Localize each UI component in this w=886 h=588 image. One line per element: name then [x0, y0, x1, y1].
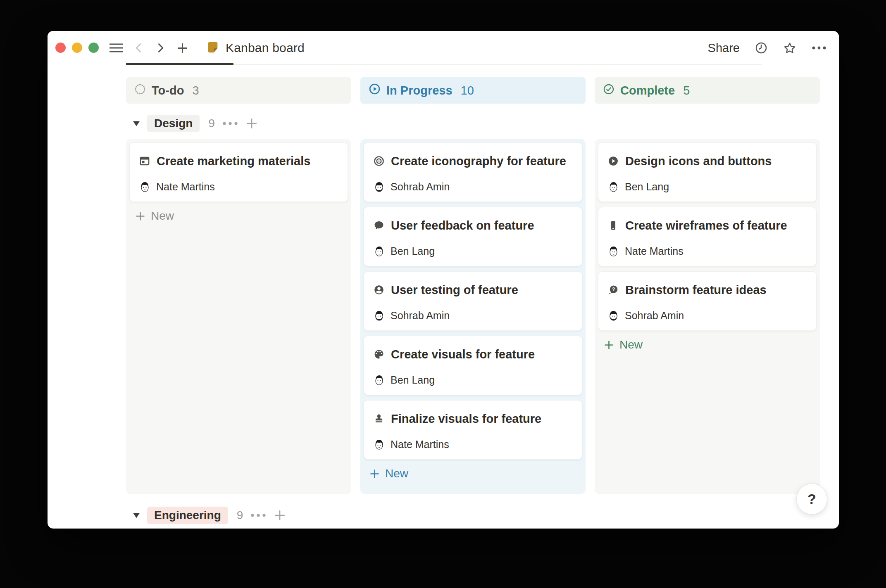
- assignee-avatar: [373, 374, 385, 386]
- star-icon[interactable]: [783, 41, 797, 55]
- assignee-avatar: [607, 245, 619, 257]
- plus-icon[interactable]: [176, 42, 189, 55]
- kanban-card[interactable]: User feedback on feature Ben Lang: [364, 207, 582, 266]
- close-window-button[interactable]: [55, 43, 66, 53]
- card-title: User testing of feature: [391, 283, 518, 297]
- person-circle-icon: [373, 284, 385, 296]
- group-count: 9: [208, 117, 215, 130]
- chevron-right-icon[interactable]: [155, 42, 166, 54]
- toolbar: Kanban board Share: [48, 31, 839, 65]
- kanban-card[interactable]: User testing of feature Sohrab Amin: [364, 271, 582, 331]
- column-header-todo[interactable]: To-do 3: [126, 77, 351, 104]
- palette-icon: [373, 349, 385, 360]
- column-header-in-progress[interactable]: In Progress 10: [360, 77, 586, 104]
- active-view-indicator: [126, 63, 233, 65]
- card-title: Brainstorm feature ideas: [625, 283, 767, 297]
- app-window: Kanban board Share To-do 3 In Progress 1…: [48, 31, 839, 529]
- thought-question-icon: ?: [607, 284, 619, 296]
- column-headers-row: To-do 3 In Progress 10 Complete 5: [126, 77, 820, 104]
- group-add-icon[interactable]: [245, 117, 258, 130]
- assignee-avatar: [373, 439, 385, 450]
- plus-icon: [135, 211, 146, 222]
- new-card-button[interactable]: New: [129, 208, 348, 224]
- screen: Kanban board Share To-do 3 In Progress 1…: [0, 0, 886, 588]
- assignee-avatar: [607, 181, 619, 193]
- card-title: Create marketing materials: [157, 154, 310, 168]
- more-icon[interactable]: [812, 46, 826, 50]
- assignee-name: Ben Lang: [391, 374, 435, 386]
- breadcrumb: Kanban board: [206, 31, 305, 65]
- assignee-name: Nate Martins: [625, 245, 684, 257]
- card-title: User feedback on feature: [391, 219, 534, 232]
- assignee-avatar: [373, 245, 385, 257]
- kanban-card[interactable]: ? Brainstorm feature ideas Sohrab Amin: [598, 271, 817, 331]
- play-circle-outline-icon: [369, 83, 381, 98]
- assignee-name: Sohrab Amin: [625, 310, 684, 322]
- group-count: 9: [237, 509, 243, 522]
- column-label: Complete: [620, 84, 675, 97]
- share-button[interactable]: Share: [708, 41, 740, 55]
- stamp-icon: [373, 413, 385, 424]
- column-label: In Progress: [386, 84, 453, 97]
- zoom-window-button[interactable]: [88, 43, 99, 53]
- card-title: Create visuals for feature: [391, 348, 535, 361]
- card-title: Finalize visuals for feature: [391, 412, 541, 426]
- group-tag[interactable]: Design: [147, 115, 200, 132]
- column-body-complete: Design icons and buttons Ben Lang Create…: [595, 139, 820, 494]
- assignee-avatar: [139, 181, 151, 193]
- page-title: Kanban board: [226, 41, 305, 55]
- speech-bubble-icon: [373, 220, 385, 231]
- svg-text:?: ?: [612, 287, 615, 292]
- plus-icon: [603, 339, 614, 351]
- group-more-icon[interactable]: [250, 513, 267, 517]
- minimize-window-button[interactable]: [72, 43, 82, 53]
- collapse-triangle-icon[interactable]: [133, 512, 140, 519]
- assignee-name: Ben Lang: [391, 245, 435, 257]
- new-label: New: [385, 467, 408, 480]
- card-list: Design icons and buttons Ben Lang Create…: [598, 142, 817, 331]
- assignee-avatar: [607, 310, 619, 322]
- plus-icon: [369, 468, 380, 479]
- column-body-todo: Create marketing materials Nate Martins …: [126, 139, 351, 494]
- kanban-card[interactable]: Finalize visuals for feature Nate Martin…: [364, 400, 582, 460]
- assignee-name: Sohrab Amin: [391, 310, 450, 322]
- column-label: To-do: [152, 84, 184, 97]
- card-title: Create iconography for feature: [391, 154, 566, 168]
- help-button[interactable]: ?: [796, 484, 827, 514]
- assignee-name: Nate Martins: [156, 181, 215, 193]
- card-list: Create iconography for feature Sohrab Am…: [364, 142, 582, 460]
- column-bodies-row: Create marketing materials Nate Martins …: [126, 139, 820, 494]
- new-card-button[interactable]: New: [598, 337, 817, 353]
- newspaper-icon: [139, 155, 150, 167]
- collapse-triangle-icon[interactable]: [133, 121, 140, 127]
- kanban-card[interactable]: Create iconography for feature Sohrab Am…: [364, 142, 582, 202]
- assignee-name: Nate Martins: [391, 439, 449, 450]
- group-header-engineering: Engineering 9: [133, 504, 286, 527]
- column-count: 3: [192, 84, 199, 97]
- column-header-complete[interactable]: Complete 5: [595, 77, 820, 104]
- check-circle-icon: [603, 83, 614, 98]
- chevron-left-icon[interactable]: [133, 42, 145, 54]
- assignee-avatar: [373, 310, 385, 322]
- toolbar-nav: [110, 31, 189, 65]
- group-more-icon[interactable]: [222, 121, 238, 126]
- card-list: Create marketing materials Nate Martins: [129, 142, 348, 202]
- kanban-card[interactable]: Create wireframes of feature Nate Martin…: [598, 207, 817, 266]
- mobile-phone-icon: [607, 220, 619, 231]
- card-title: Create wireframes of feature: [625, 219, 787, 232]
- kanban-card[interactable]: Create marketing materials Nate Martins: [129, 142, 348, 202]
- toolbar-actions: Share: [708, 31, 826, 65]
- clock-icon[interactable]: [755, 41, 768, 55]
- group-add-icon[interactable]: [274, 509, 286, 522]
- bullseye-icon: [373, 155, 385, 167]
- menu-icon[interactable]: [110, 42, 123, 54]
- group-tag[interactable]: Engineering: [147, 507, 228, 524]
- page-icon: [206, 40, 220, 56]
- group-header-design: Design 9: [133, 112, 258, 135]
- kanban-card[interactable]: Design icons and buttons Ben Lang: [598, 142, 817, 202]
- column-count: 5: [683, 84, 690, 97]
- assignee-name: Ben Lang: [625, 181, 669, 193]
- kanban-card[interactable]: Create visuals for feature Ben Lang: [364, 336, 582, 395]
- card-title: Design icons and buttons: [625, 154, 772, 168]
- new-card-button[interactable]: New: [364, 466, 582, 481]
